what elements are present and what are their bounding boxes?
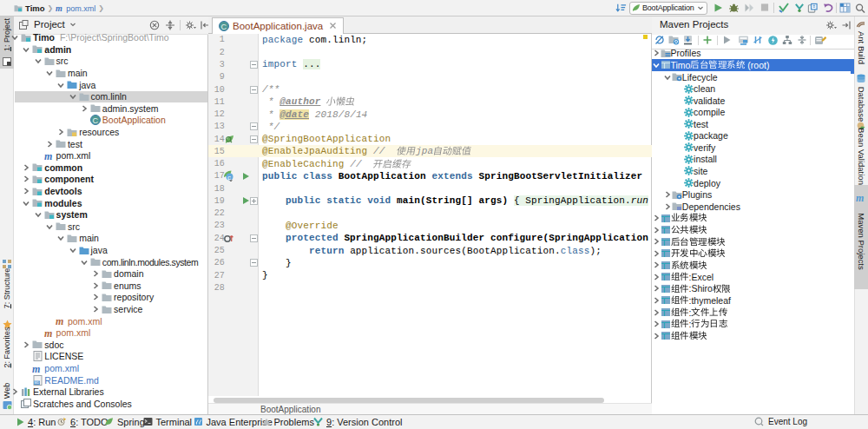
- svg-text:m: m: [32, 364, 40, 373]
- svg-text:m: m: [56, 316, 63, 326]
- svg-text:m: m: [856, 193, 864, 203]
- svg-text:m: m: [44, 328, 52, 338]
- svg-text:m: m: [44, 151, 52, 161]
- svg-text:C: C: [92, 116, 98, 125]
- svg-text:m: m: [56, 4, 62, 13]
- svg-text:c: c: [227, 174, 231, 182]
- svg-text:MD: MD: [34, 381, 39, 385]
- svg-text:C: C: [221, 22, 227, 30]
